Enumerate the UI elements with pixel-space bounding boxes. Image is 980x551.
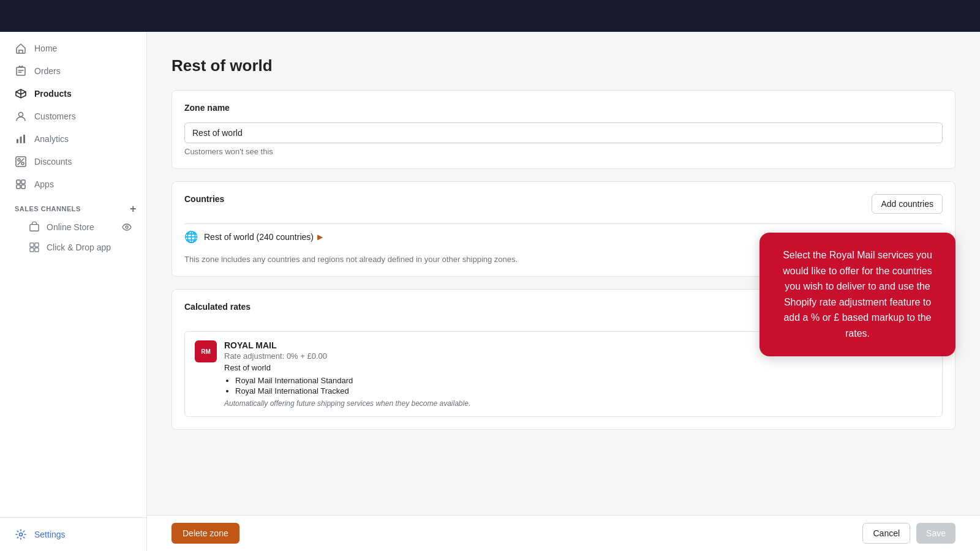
sidebar: Home Orders bbox=[0, 32, 147, 551]
rate-zone: Rest of world bbox=[224, 363, 892, 372]
zone-name-card-title: Zone name bbox=[184, 103, 943, 113]
svg-point-13 bbox=[126, 226, 128, 228]
sidebar-item-orders[interactable]: Orders bbox=[5, 60, 141, 82]
orders-icon bbox=[15, 65, 27, 77]
discounts-icon bbox=[15, 156, 27, 168]
sidebar-apps-label: Apps bbox=[34, 179, 54, 189]
sidebar-online-store-label: Online Store bbox=[47, 222, 94, 232]
analytics-icon bbox=[15, 133, 27, 145]
sidebar-click-drop-label: Click & Drop app bbox=[47, 242, 111, 252]
rate-services-list: Royal Mail International Standard Royal … bbox=[224, 376, 892, 395]
sidebar-products-label: Products bbox=[34, 89, 72, 99]
sidebar-item-online-store[interactable]: Online Store bbox=[5, 217, 141, 237]
svg-point-1 bbox=[19, 113, 23, 117]
sidebar-item-analytics[interactable]: Analytics bbox=[5, 128, 141, 150]
page-title: Rest of world bbox=[172, 56, 956, 75]
svg-rect-16 bbox=[30, 248, 34, 252]
svg-point-5 bbox=[18, 159, 20, 161]
sidebar-customers-label: Customers bbox=[34, 111, 76, 121]
online-store-icon bbox=[29, 222, 39, 232]
sidebar-item-products[interactable]: Products bbox=[5, 83, 141, 105]
sales-channels-section: SALES CHANNELS + bbox=[0, 196, 146, 217]
tooltip-text: Select the Royal Mail services you would… bbox=[783, 250, 932, 339]
click-drop-icon bbox=[29, 242, 39, 252]
sidebar-analytics-label: Analytics bbox=[34, 134, 69, 144]
zone-name-card: Zone name Customers won't see this bbox=[172, 90, 956, 169]
svg-rect-10 bbox=[17, 185, 20, 189]
svg-rect-12 bbox=[30, 225, 39, 231]
royal-mail-logo: RM bbox=[195, 340, 217, 362]
sidebar-item-click-drop[interactable]: Click & Drop app bbox=[5, 238, 141, 257]
sidebar-item-home[interactable]: Home bbox=[5, 37, 141, 59]
auto-note: Automatically offering future shipping s… bbox=[224, 399, 892, 408]
online-store-visibility-icon[interactable] bbox=[122, 222, 132, 232]
svg-rect-8 bbox=[17, 180, 20, 184]
top-bar bbox=[0, 0, 980, 32]
add-sales-channel-button[interactable]: + bbox=[130, 203, 137, 214]
svg-rect-0 bbox=[17, 67, 25, 75]
service-item-1: Royal Mail International Standard bbox=[235, 376, 892, 385]
sales-channels-label: SALES CHANNELS bbox=[15, 205, 81, 212]
svg-rect-17 bbox=[35, 248, 39, 252]
sidebar-orders-label: Orders bbox=[34, 66, 61, 76]
delete-zone-button[interactable]: Delete zone bbox=[172, 523, 239, 544]
save-button[interactable]: Save bbox=[916, 523, 956, 544]
products-icon bbox=[15, 88, 27, 100]
zone-name-input[interactable] bbox=[184, 122, 943, 143]
svg-rect-9 bbox=[21, 180, 25, 184]
svg-rect-14 bbox=[30, 243, 34, 247]
add-countries-button[interactable]: Add countries bbox=[872, 194, 943, 214]
bottom-bar: Delete zone Cancel Save bbox=[147, 515, 980, 551]
sidebar-item-customers[interactable]: Customers bbox=[5, 105, 141, 127]
sidebar-settings-label: Settings bbox=[34, 530, 66, 539]
globe-icon: 🌐 bbox=[184, 230, 198, 244]
tooltip-bubble: Select the Royal Mail services you would… bbox=[760, 233, 956, 356]
rates-card-title: Calculated rates bbox=[184, 302, 251, 312]
settings-icon bbox=[15, 528, 27, 541]
sidebar-item-discounts[interactable]: Discounts bbox=[5, 151, 141, 173]
home-icon bbox=[15, 42, 27, 54]
svg-point-6 bbox=[21, 162, 24, 165]
cancel-button[interactable]: Cancel bbox=[862, 523, 910, 544]
svg-rect-15 bbox=[35, 243, 39, 247]
sidebar-home-label: Home bbox=[34, 43, 57, 53]
zone-name-hint: Customers won't see this bbox=[184, 147, 943, 156]
apps-icon bbox=[15, 178, 27, 190]
svg-rect-4 bbox=[23, 135, 25, 143]
sidebar-discounts-label: Discounts bbox=[34, 157, 72, 167]
svg-rect-2 bbox=[17, 139, 18, 143]
sidebar-item-settings[interactable]: Settings bbox=[5, 523, 141, 545]
sidebar-item-apps[interactable]: Apps bbox=[5, 173, 141, 195]
svg-rect-3 bbox=[20, 137, 22, 143]
svg-point-18 bbox=[20, 533, 23, 536]
country-expand-arrow[interactable]: ▶ bbox=[317, 233, 323, 241]
service-item-2: Royal Mail International Tracked bbox=[235, 386, 892, 395]
customers-icon bbox=[15, 110, 27, 122]
svg-rect-11 bbox=[21, 185, 25, 189]
countries-card-title: Countries bbox=[184, 194, 224, 204]
